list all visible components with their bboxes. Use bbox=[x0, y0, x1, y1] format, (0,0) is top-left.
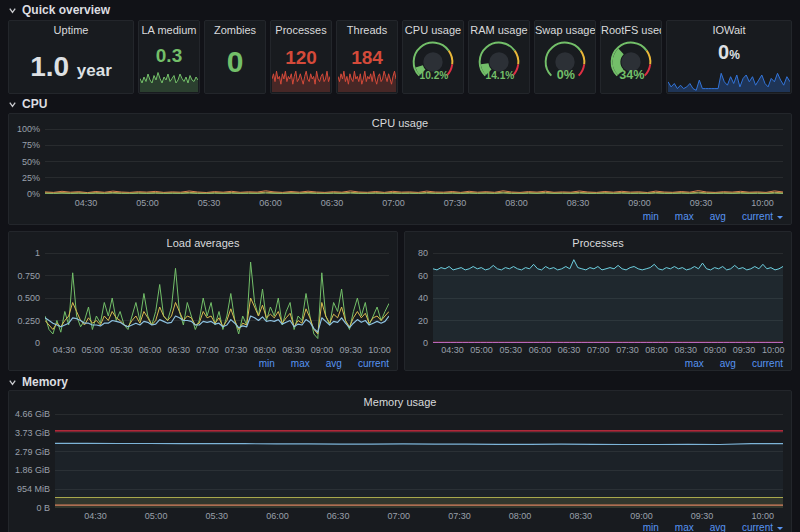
x-axis-label: 07:30 bbox=[435, 198, 475, 208]
uptime-value: 1.0 year bbox=[9, 51, 133, 83]
y-axis-label: 50% bbox=[9, 157, 40, 167]
processes-plot bbox=[433, 253, 783, 343]
legend-row: minmaxavgcurrent bbox=[259, 358, 389, 369]
chevron-down-icon bbox=[8, 378, 17, 387]
y-axis-label: 0% bbox=[9, 189, 40, 199]
y-axis-label: 0 B bbox=[9, 503, 50, 513]
y-axis-label: 60 bbox=[405, 271, 428, 281]
legend-avg[interactable]: avg bbox=[710, 522, 726, 532]
panel-zombies: Zombies 0 bbox=[204, 20, 266, 94]
panel-iowait: IOWait 0% bbox=[666, 20, 792, 94]
legend-max[interactable]: max bbox=[675, 211, 694, 222]
panel-title[interactable]: Load averages bbox=[9, 237, 397, 249]
legend-max[interactable]: max bbox=[291, 358, 310, 369]
x-axis-label: 05:30 bbox=[189, 198, 229, 208]
x-axis-label: 08:30 bbox=[558, 198, 598, 208]
y-axis-label: 0 bbox=[9, 338, 40, 348]
legend-min[interactable]: min bbox=[643, 211, 659, 222]
section-cpu[interactable]: CPU bbox=[8, 97, 47, 111]
uptime-unit: year bbox=[77, 61, 112, 80]
panel-title[interactable]: Processes bbox=[271, 24, 331, 36]
caret-down-icon bbox=[777, 527, 783, 532]
legend-max[interactable]: max bbox=[685, 358, 704, 369]
svg-text:14.1%: 14.1% bbox=[486, 70, 515, 81]
panel-title[interactable]: Threads bbox=[337, 24, 397, 36]
panel-title[interactable]: IOWait bbox=[667, 24, 791, 36]
y-axis-label: 0 bbox=[405, 338, 428, 348]
y-axis-label: 75% bbox=[9, 140, 40, 150]
legend-current[interactable]: current bbox=[752, 358, 783, 369]
legend-max[interactable]: max bbox=[675, 522, 694, 532]
x-axis-label: 05:30 bbox=[197, 511, 237, 521]
y-axis-label: 2.79 GiB bbox=[9, 447, 50, 457]
x-axis-label: 09:30 bbox=[681, 198, 721, 208]
iowait-sparkline bbox=[668, 58, 790, 92]
y-axis-label: 25% bbox=[9, 173, 40, 183]
legend-current[interactable]: current bbox=[742, 211, 783, 222]
legend-row: minmaxavgcurrent bbox=[643, 211, 783, 222]
panel-threads-stat: Threads 184 bbox=[336, 20, 398, 94]
x-axis-label: 05:00 bbox=[136, 511, 176, 521]
panel-cpu-gauge: CPU usage 10.2% bbox=[402, 20, 464, 94]
panel-title[interactable]: CPU usage bbox=[403, 24, 463, 36]
panel-title[interactable]: CPU usage bbox=[9, 117, 791, 129]
svg-text:34%: 34% bbox=[619, 68, 644, 82]
x-axis-label: 04:30 bbox=[75, 511, 115, 521]
y-axis-label: 0.250 bbox=[9, 316, 40, 326]
x-axis-label: 09:00 bbox=[619, 198, 659, 208]
panel-title[interactable]: RootFS used bbox=[601, 24, 661, 36]
memory_usage-plot bbox=[55, 414, 783, 508]
load_averages-plot bbox=[45, 253, 389, 343]
processes-sparkline bbox=[272, 66, 330, 92]
x-axis-label: 07:00 bbox=[379, 511, 419, 521]
swap-usage-gauge: 0% bbox=[535, 37, 595, 85]
panel-cpu-usage-chart: CPU usage 0%25%50%75%100%04:3005:0005:30… bbox=[8, 113, 792, 225]
cpu_usage-plot bbox=[45, 129, 783, 194]
panel-title[interactable]: Swap usage bbox=[535, 24, 595, 36]
chevron-down-icon bbox=[8, 100, 17, 109]
legend-avg[interactable]: avg bbox=[326, 358, 342, 369]
y-axis-label: 0.750 bbox=[9, 271, 40, 281]
legend-avg[interactable]: avg bbox=[710, 211, 726, 222]
y-axis-label: 100% bbox=[9, 124, 40, 134]
panel-processes-stat: Processes 120 bbox=[270, 20, 332, 94]
panel-title[interactable]: LA medium bbox=[139, 24, 199, 36]
section-memory[interactable]: Memory bbox=[8, 375, 68, 389]
panel-uptime: Uptime 1.0 year bbox=[8, 20, 134, 94]
x-axis-label: 06:30 bbox=[312, 198, 352, 208]
legend-min[interactable]: min bbox=[643, 522, 659, 532]
y-axis-label: 0.500 bbox=[9, 293, 40, 303]
y-axis-label: 1.86 GiB bbox=[9, 465, 50, 475]
y-axis-label: 20 bbox=[405, 316, 428, 326]
legend-min[interactable]: min bbox=[259, 358, 275, 369]
x-axis-label: 07:00 bbox=[374, 198, 414, 208]
y-axis-label: 1 bbox=[9, 248, 40, 258]
x-axis-label: 08:00 bbox=[500, 511, 540, 521]
panel-title[interactable]: Memory usage bbox=[9, 396, 791, 408]
cpu-usage-gauge: 10.2% bbox=[403, 37, 463, 85]
panel-load-averages-chart: Load averages 00.2500.5000.750104:3005:0… bbox=[8, 231, 398, 371]
legend-current[interactable]: current bbox=[742, 522, 783, 532]
legend-current[interactable]: current bbox=[358, 358, 389, 369]
y-axis-label: 3.73 GiB bbox=[9, 428, 50, 438]
panel-la-medium: LA medium 0.3 bbox=[138, 20, 200, 94]
panel-title[interactable]: Zombies bbox=[205, 24, 265, 36]
panel-processes-chart: Processes 02040608004:3005:0005:3006:000… bbox=[404, 231, 792, 371]
y-axis-label: 954 MiB bbox=[9, 484, 50, 494]
section-quick-overview[interactable]: Quick overview bbox=[8, 3, 110, 17]
threads-sparkline bbox=[338, 66, 396, 92]
panel-title[interactable]: Processes bbox=[405, 237, 791, 249]
rootfs-used-gauge: 34% bbox=[601, 37, 661, 85]
legend-row: maxavgcurrent bbox=[685, 358, 783, 369]
x-axis-label: 06:00 bbox=[251, 198, 291, 208]
panel-title[interactable]: RAM usage bbox=[469, 24, 529, 36]
x-axis-label: 10:00 bbox=[359, 345, 399, 355]
panel-title[interactable]: Uptime bbox=[9, 24, 133, 36]
x-axis-label: 10:00 bbox=[753, 345, 793, 355]
grafana-dashboard: Quick overview Uptime 1.0 year LA medium… bbox=[0, 0, 800, 532]
legend-avg[interactable]: avg bbox=[720, 358, 736, 369]
x-axis-label: 10:00 bbox=[742, 198, 782, 208]
svg-text:0%: 0% bbox=[557, 68, 575, 82]
la-medium-sparkline bbox=[140, 62, 198, 92]
x-axis-label: 05:00 bbox=[128, 198, 168, 208]
